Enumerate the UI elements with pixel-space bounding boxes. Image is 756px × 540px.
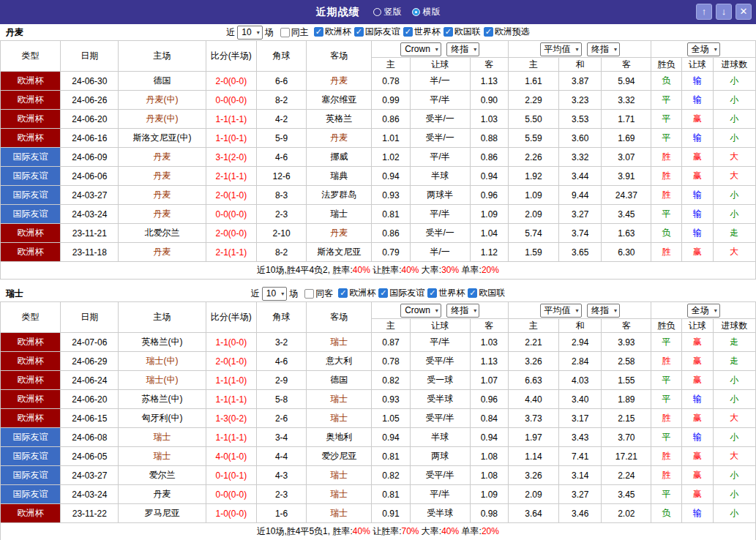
odds-handicap: 平/半 (410, 148, 470, 167)
competition-checkbox[interactable]: 欧洲预选 (484, 26, 530, 38)
away-team: 瑞士 (307, 409, 372, 428)
avg-away: 24.37 (602, 186, 651, 205)
avg-home: 1.92 (508, 167, 558, 186)
goals-result: 小 (713, 72, 755, 91)
result: 平 (651, 390, 681, 409)
goals-result: 走 (713, 352, 755, 371)
away-team: 丹麦 (307, 129, 372, 148)
bookmaker-value: Crown (405, 43, 430, 56)
handicap-result: 赢 (681, 110, 713, 129)
match-date: 24-06-29 (61, 352, 119, 371)
competition-checkbox[interactable]: 国际友谊 (378, 287, 424, 299)
match-date: 24-06-20 (61, 110, 119, 129)
competition-checkbox[interactable]: 欧洲杯 (338, 287, 375, 299)
same-venue-checkbox[interactable]: 同主 (280, 26, 309, 39)
match-date: 24-07-06 (61, 333, 119, 352)
col-type: 类型 (1, 41, 61, 72)
odds-handicap: 受半/一 (410, 224, 470, 243)
competition-checkbox[interactable]: 国际友谊 (354, 26, 400, 38)
bookmaker-select[interactable]: Crown ▾ (400, 42, 441, 56)
team-name: 丹麦 (6, 26, 23, 39)
avg-home: 1.97 (508, 428, 558, 447)
average-select[interactable]: 平均值 ▾ (540, 304, 582, 318)
handicap-result: 赢 (681, 485, 713, 504)
checkbox-checked-icon (444, 27, 453, 37)
odds-away: 0.88 (470, 129, 508, 148)
odds-away: 1.07 (470, 371, 508, 390)
goals-result: 大 (713, 409, 755, 428)
col-odds-home: 主 (372, 319, 410, 333)
handicap-result: 输 (681, 91, 713, 110)
odds-away: 1.13 (470, 72, 508, 91)
match-row: 国际友谊24-03-24丹麦0-0(0-0)2-3瑞士0.81平/半1.092.… (1, 485, 756, 504)
final-index-select[interactable]: 终指 ▾ (446, 304, 479, 318)
odds-home: 0.78 (372, 72, 410, 91)
odds-handicap: 受半/一 (410, 129, 470, 148)
odds-away: 1.03 (470, 333, 508, 352)
fulltime-group-header: 全场 ▾ (651, 41, 756, 58)
avg-home: 1.09 (508, 186, 558, 205)
result: 胜 (651, 148, 681, 167)
final-index-select[interactable]: 终指 ▾ (446, 42, 479, 56)
corners: 4-4 (256, 447, 306, 466)
avg-away: 1.63 (602, 224, 651, 243)
col-score: 比分(半场) (206, 302, 256, 333)
odds-away: 0.96 (470, 390, 508, 409)
avg-draw: 3.44 (559, 167, 602, 186)
handicap-result: 赢 (681, 466, 713, 485)
scroll-down-button[interactable]: ↓ (716, 4, 732, 20)
competition-checkbox[interactable]: 欧洲杯 (314, 26, 351, 38)
competition-checkbox[interactable]: 欧国联 (444, 26, 481, 38)
average-select[interactable]: 平均值 ▾ (540, 42, 582, 56)
home-team: 德国 (119, 72, 206, 91)
fulltime-select[interactable]: 全场 ▾ (687, 42, 720, 56)
radio-vertical-view[interactable]: 竖版 (373, 6, 402, 18)
match-row: 欧洲杯24-06-20丹麦(中)1-1(1-1)4-2英格兰0.86受半/一1.… (1, 110, 756, 129)
recent-count-select[interactable]: 10 ▾ (237, 26, 262, 40)
odds-home: 0.82 (372, 466, 410, 485)
goals-result: 小 (713, 129, 755, 148)
scroll-up-button[interactable]: ↑ (696, 4, 712, 20)
avg-home: 1.14 (508, 447, 558, 466)
corners: 8-3 (256, 186, 306, 205)
match-date: 24-06-08 (61, 428, 119, 447)
avg-home: 5.50 (508, 110, 558, 129)
col-avg-away: 客 (602, 319, 651, 333)
avg-draw: 3.46 (559, 504, 602, 523)
same-venue-checkbox[interactable]: 同客 (304, 288, 333, 300)
close-button[interactable]: ✕ (736, 4, 752, 20)
radio-selected-icon (412, 8, 420, 16)
fulltime-select[interactable]: 全场 ▾ (687, 304, 720, 318)
col-avg-home: 主 (508, 58, 558, 72)
competition-checkbox[interactable]: 欧国联 (468, 287, 505, 299)
col-handicap-result: 让球 (681, 319, 713, 333)
odds-home: 0.94 (372, 428, 410, 447)
competition-checkbox[interactable]: 世界杯 (403, 26, 441, 38)
corners: 5-9 (256, 129, 306, 148)
titlebar-buttons: ↑ ↓ ✕ (696, 4, 752, 20)
recent-count-select[interactable]: 10 ▾ (262, 287, 287, 301)
final-index-select-2[interactable]: 终指 ▾ (587, 42, 620, 56)
match-row: 国际友谊24-03-24丹麦0-0(0-0)2-3瑞士0.81平/半1.092.… (1, 205, 756, 224)
col-handicap-result: 让球 (681, 58, 713, 72)
radio-horizontal-label: 横版 (423, 6, 441, 18)
team-section: 丹麦 近 10 ▾ 场 同主 欧洲杯国际友谊世界杯欧国联欧洲预选 (0, 24, 756, 280)
radio-horizontal-view[interactable]: 横版 (412, 6, 441, 18)
corners: 6-6 (256, 72, 306, 91)
match-row: 欧洲杯24-06-26丹麦(中)0-0(0-0)8-2塞尔维亚0.99平/半0.… (1, 91, 756, 110)
away-team: 丹麦 (307, 224, 372, 243)
final-index-value-2: 终指 (591, 43, 609, 56)
chevron-down-icon: ▾ (614, 304, 617, 317)
corners: 2-3 (256, 485, 306, 504)
bookmaker-select[interactable]: Crown ▾ (400, 304, 441, 318)
score: 1-1(1-1) (206, 428, 256, 447)
avg-home: 3.26 (508, 466, 558, 485)
final-index-select-2[interactable]: 终指 ▾ (587, 304, 620, 318)
score: 1-1(1-1) (206, 110, 256, 129)
avg-home: 5.74 (508, 224, 558, 243)
score: 0-0(0-0) (206, 91, 256, 110)
home-team: 罗马尼亚 (119, 504, 206, 523)
competition-checkbox[interactable]: 世界杯 (427, 287, 465, 299)
avg-home: 2.09 (508, 485, 558, 504)
matches-table: 类型 日期 主场 比分(半场) 角球 客场 Crown ▾ 终指 ▾ (0, 301, 756, 540)
